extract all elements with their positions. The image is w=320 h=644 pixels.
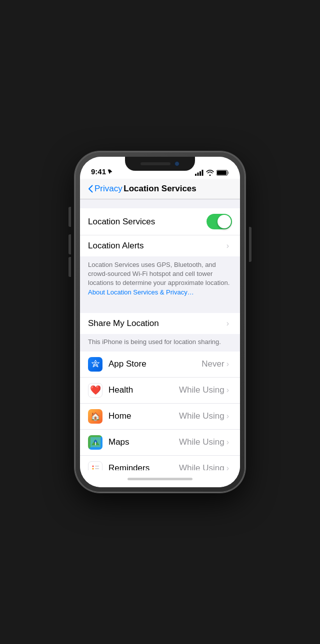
app-store-icon: A: [88, 357, 102, 372]
location-services-label: Location Services: [88, 217, 206, 227]
svg-rect-0: [195, 174, 196, 176]
home-bar: [128, 478, 192, 480]
chevron-icon: ›: [226, 319, 229, 328]
chevron-icon: ›: [226, 464, 229, 470]
list-item[interactable]: 🏠 Home While Using ›: [80, 404, 240, 430]
chevron-icon: ›: [226, 241, 229, 250]
app-permission: While Using: [179, 463, 224, 470]
chevron-icon: ›: [226, 386, 229, 395]
list-item[interactable]: Maps While Using ›: [80, 430, 240, 456]
wifi-icon: [206, 170, 214, 176]
navigation-bar: Privacy Location Services: [80, 179, 240, 199]
battery-icon: [216, 170, 229, 176]
reminders-icon: [88, 461, 102, 470]
status-location-icon: [108, 169, 112, 174]
app-name: Home: [108, 411, 179, 421]
status-time: 9:41: [91, 167, 112, 176]
chevron-icon: ›: [226, 360, 229, 369]
location-alerts-label: Location Alerts: [88, 241, 226, 251]
location-services-section: Location Services Location Alerts ›: [80, 208, 240, 256]
svg-text:A: A: [94, 361, 98, 367]
share-location-section: Share My Location ›: [80, 313, 240, 334]
share-my-location-cell[interactable]: Share My Location ›: [80, 313, 240, 334]
share-my-location-label: Share My Location: [88, 318, 226, 329]
svg-rect-2: [200, 171, 201, 176]
app-permission: While Using: [179, 385, 224, 395]
svg-rect-15: [95, 468, 99, 469]
signal-icon: [195, 170, 204, 176]
svg-rect-1: [198, 173, 199, 176]
svg-rect-3: [202, 170, 204, 176]
app-name: Maps: [108, 437, 179, 447]
apps-section: A App Store Never › ❤️ Health: [80, 352, 240, 470]
app-permission: While Using: [179, 411, 224, 421]
svg-rect-14: [95, 466, 99, 467]
content-scroll[interactable]: Location Services Location Alerts ›: [80, 199, 240, 470]
svg-point-11: [92, 466, 94, 467]
back-button[interactable]: Privacy: [88, 184, 122, 194]
chevron-icon: ›: [226, 438, 229, 447]
list-item[interactable]: Reminders While Using ›: [80, 456, 240, 470]
location-services-toggle[interactable]: [206, 214, 232, 229]
app-name: Health: [108, 385, 179, 395]
location-services-toggle-cell: Location Services: [80, 208, 240, 235]
maps-icon: [88, 435, 102, 450]
toggle-knob: [218, 215, 231, 228]
home-app-icon: 🏠: [88, 409, 102, 424]
about-link[interactable]: About Location Services & Privacy…: [88, 288, 194, 296]
svg-rect-10: [90, 463, 100, 470]
status-icons: [195, 170, 229, 176]
share-location-footer: This iPhone is being used for location s…: [80, 334, 240, 352]
svg-rect-5: [228, 172, 229, 174]
page-title: Location Services: [124, 184, 196, 194]
home-indicator-bar: [80, 470, 240, 487]
health-icon: ❤️: [88, 383, 102, 398]
front-camera: [174, 161, 180, 166]
app-name: Reminders: [108, 463, 179, 470]
app-permission: While Using: [179, 437, 224, 447]
svg-point-12: [92, 468, 94, 470]
app-name: App Store: [108, 359, 202, 369]
location-description: Location Services uses GPS, Bluetooth, a…: [80, 256, 240, 304]
location-alerts-cell[interactable]: Location Alerts ›: [80, 235, 240, 256]
app-permission: Never: [202, 359, 224, 369]
notch: [125, 157, 195, 171]
chevron-icon: ›: [226, 412, 229, 421]
speaker: [140, 162, 170, 165]
list-item[interactable]: ❤️ Health While Using ›: [80, 378, 240, 404]
list-item[interactable]: A App Store Never ›: [80, 352, 240, 378]
svg-rect-6: [217, 171, 226, 175]
back-chevron-icon: [88, 185, 93, 193]
